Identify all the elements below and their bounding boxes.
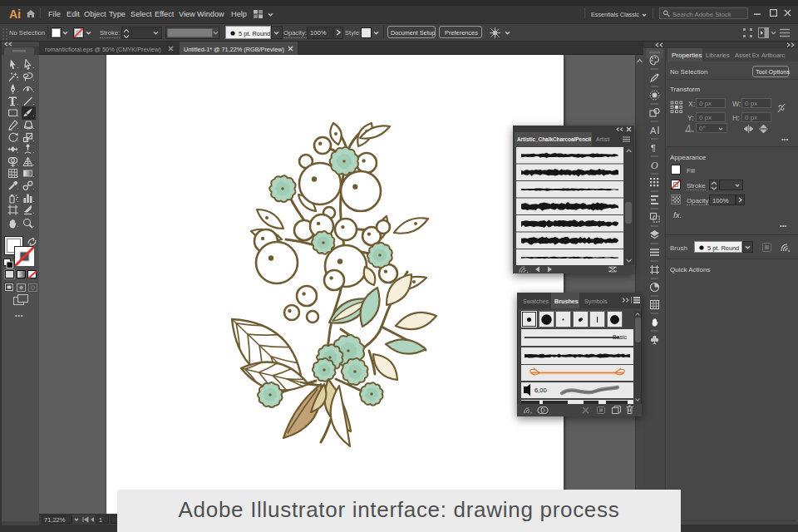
svg-text:¶: ¶: [651, 143, 656, 153]
svg-text:A: A: [650, 126, 657, 135]
svg-text:O: O: [651, 160, 658, 170]
